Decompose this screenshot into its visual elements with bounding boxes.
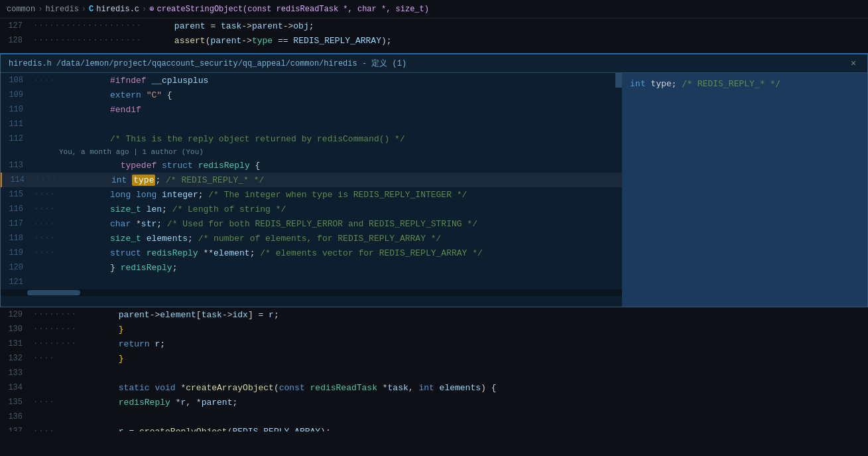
line-content-137: r = createReplyObject(REDIS_REPLY_ARRAY)… [86, 417, 868, 432]
peek-line-120: 120 } redisReply; [1, 260, 622, 275]
peek-content-110: #endif [57, 95, 622, 125]
peek-line-num-114: 114 [2, 175, 35, 185]
line-number-130: 130 [0, 325, 33, 334]
breadcrumb-hiredis[interactable]: hiredis [45, 5, 78, 14]
peek-line-num-113: 113 [1, 161, 34, 170]
peek-panel: hiredis.h /data/lemon/project/qqaccount_… [0, 53, 868, 307]
peek-right-panel: int type; /* REDIS_REPLY_* */ [622, 73, 867, 307]
peek-line-num-120: 120 [1, 263, 34, 272]
peek-definition-display: int type; /* REDIS_REPLY_* */ [630, 78, 780, 88]
breadcrumb-c-icon: C [89, 5, 93, 14]
breadcrumb: common › hiredis › C hiredis.c › ⊕ creat… [0, 0, 868, 19]
peek-code-area: 108 ···· #ifndef __cplusplus 109 extern … [1, 73, 622, 307]
peek-body: 108 ···· #ifndef __cplusplus 109 extern … [1, 73, 867, 307]
line-content-128: assert(parent->type == REDIS_REPLY_ARRAY… [142, 26, 868, 54]
line-number-129: 129 [0, 310, 33, 319]
peek-line-num-109: 109 [1, 90, 34, 100]
scroll-indicator [615, 73, 622, 88]
line-number-134: 134 [0, 383, 33, 392]
peek-content-113: typedef struct redisReply { [57, 151, 622, 181]
breadcrumb-func-icon: ⊕ [149, 4, 154, 14]
peek-line-num-112: 112 [1, 134, 34, 143]
peek-line-num-121: 121 [1, 277, 34, 287]
line-number-127: 127 [0, 21, 33, 31]
code-line-128: 128 ···················· assert(parent->… [0, 33, 868, 48]
peek-line-112: 112 /* This is the reply object returned… [1, 131, 622, 146]
top-code-area: 127 ···················· parent = task->… [0, 19, 868, 53]
peek-line-num-108: 108 [1, 76, 34, 85]
code-line-137: 137 ···· r = createReplyObject(REDIS_REP… [0, 424, 868, 431]
peek-line-num-119: 119 [1, 248, 34, 258]
breadcrumb-function[interactable]: createStringObject(const redisReadTask *… [157, 5, 429, 14]
line-number-131: 131 [0, 339, 33, 348]
peek-line-num-117: 117 [1, 219, 34, 228]
peek-content-120: } redisReply; [57, 253, 622, 283]
peek-scrollbar-h-thumb[interactable] [27, 290, 80, 295]
breadcrumb-common[interactable]: common [7, 5, 35, 14]
peek-scrollbar-h[interactable] [1, 289, 622, 296]
line-number-128: 128 [0, 36, 33, 45]
breadcrumb-file[interactable]: hiredis.c [96, 5, 139, 14]
peek-line-num-111: 111 [1, 119, 34, 129]
peek-line-num-116: 116 [1, 204, 34, 214]
peek-line-113: 113 typedef struct redisReply { [1, 158, 622, 173]
peek-line-num-118: 118 [1, 234, 34, 243]
line-number-135: 135 [0, 398, 33, 407]
line-number-133: 133 [0, 368, 33, 378]
line-dots-128: ···················· [33, 36, 142, 45]
peek-line-num-110: 110 [1, 105, 34, 114]
blame-region: You, a month ago | 1 author (You) 113 ty… [1, 146, 622, 173]
peek-line-110: 110 #endif [1, 102, 622, 117]
peek-line-num-115: 115 [1, 190, 34, 199]
line-dots-127: ···················· [33, 21, 142, 31]
peek-header: hiredis.h /data/lemon/project/qqaccount_… [1, 54, 867, 73]
line-number-137: 137 [0, 427, 33, 431]
line-number-132: 132 [0, 354, 33, 363]
bottom-code-area: 129 ········ parent->element[task->idx] … [0, 307, 868, 431]
peek-file-path: hiredis.h /data/lemon/project/qqaccount_… [9, 58, 406, 69]
line-content-132: } [86, 344, 868, 374]
code-line-132: 132 ···· } [0, 351, 868, 366]
peek-close-button[interactable]: × [847, 58, 859, 70]
line-number-136: 136 [0, 412, 33, 421]
code-line-135: 135 ···· redisReply *r, *parent; [0, 395, 868, 410]
line-content-135: redisReply *r, *parent; [86, 388, 868, 418]
